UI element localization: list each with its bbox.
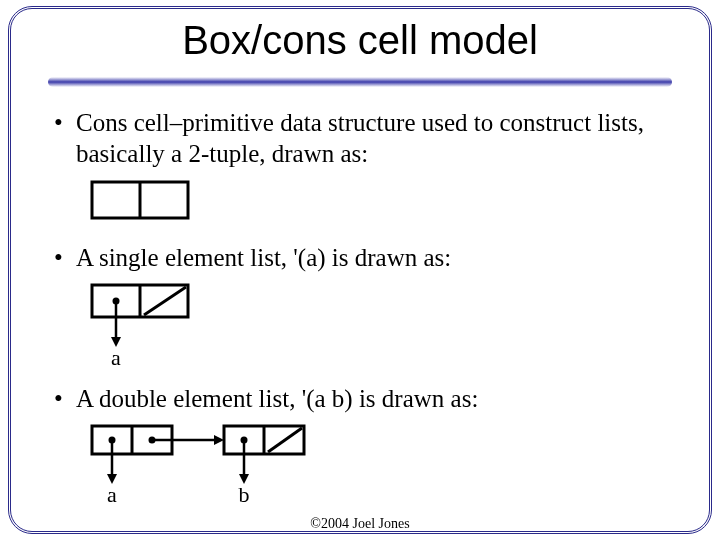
- diagram-empty-cons: [90, 180, 670, 228]
- label-a: a: [111, 345, 121, 369]
- bullet-2: A single element list, '(a) is drawn as:: [50, 242, 670, 273]
- svg-line-18: [268, 428, 302, 452]
- diagram-single-list: a: [90, 283, 670, 369]
- diagram-double-list: a b: [90, 424, 670, 510]
- single-list-icon: a: [90, 283, 250, 369]
- label-b: b: [239, 482, 250, 507]
- bullet-3: A double element list, '(a b) is drawn a…: [50, 383, 670, 414]
- label-a2: a: [107, 482, 117, 507]
- double-list-icon: a b: [90, 424, 390, 510]
- cons-cell-icon: [90, 180, 210, 222]
- bullet-1: Cons cell–primitive data structure used …: [50, 107, 670, 170]
- svg-line-4: [144, 287, 186, 315]
- slide-footer: ©2004 Joel Jones: [0, 516, 720, 532]
- slide-content: Cons cell–primitive data structure used …: [50, 107, 670, 510]
